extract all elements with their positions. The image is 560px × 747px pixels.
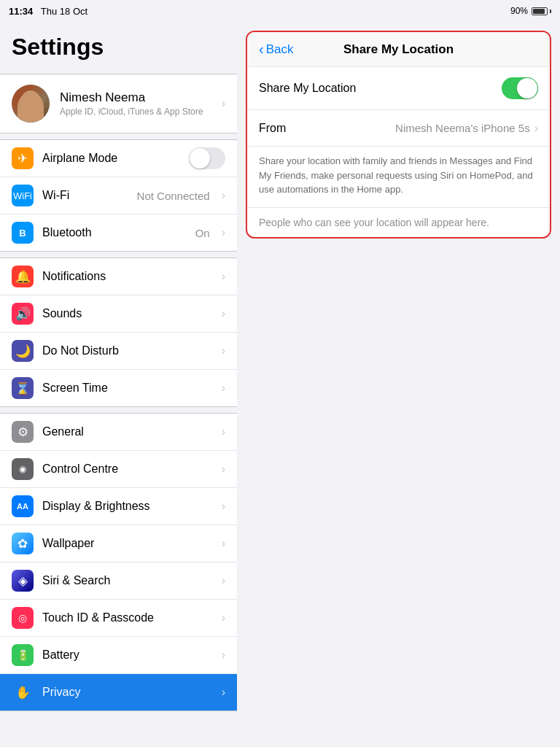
from-chevron: › [534, 122, 538, 135]
settings-group-notifications: 🔔 Notifications › 🔊 Sounds › 🌙 Do Not Di… [0, 258, 237, 407]
profile-name: Nimesh Neema [60, 90, 209, 105]
sidebar-item-display-brightness[interactable]: AA Display & Brightness › [0, 488, 237, 525]
profile-chevron: › [222, 97, 225, 110]
share-my-location-row: Share My Location [247, 67, 550, 110]
avatar [12, 85, 50, 123]
airplane-mode-toggle[interactable] [189, 147, 225, 169]
general-label: General [42, 425, 210, 438]
wifi-chevron: › [222, 189, 225, 202]
screen-time-label: Screen Time [42, 382, 210, 395]
detail-header: ‹ Back Share My Location [247, 32, 550, 67]
notifications-icon: 🔔 [12, 266, 34, 287]
siri-icon: ◈ [12, 570, 34, 592]
sidebar-item-control-centre[interactable]: ◉ Control Centre › [0, 451, 237, 488]
status-time-date: 11:34 Thu 18 Oct [9, 6, 88, 17]
settings-group-connectivity: ✈ Airplane Mode WiFi Wi-Fi Not Connected… [0, 139, 237, 252]
status-bar: 11:34 Thu 18 Oct 90% [0, 0, 560, 22]
airplane-mode-label: Airplane Mode [42, 152, 180, 165]
bluetooth-value: On [195, 227, 210, 239]
detail-people-text: People who can see your location will ap… [247, 208, 550, 237]
privacy-icon: ✋ [12, 681, 34, 703]
screen-time-chevron: › [222, 382, 225, 395]
profile-section[interactable]: Nimesh Neema Apple ID, iCloud, iTunes & … [0, 74, 237, 133]
detail-description: Share your location with family and frie… [247, 147, 550, 208]
sidebar-item-do-not-disturb[interactable]: 🌙 Do Not Disturb › [0, 333, 237, 370]
battery-label: Battery [42, 649, 210, 662]
back-button[interactable]: ‹ Back [259, 41, 293, 58]
share-my-location-label: Share My Location [259, 82, 502, 95]
sounds-icon: 🔊 [12, 303, 34, 325]
notifications-label: Notifications [42, 270, 210, 283]
wifi-icon: WiFi [12, 185, 34, 206]
bluetooth-chevron: › [222, 226, 225, 239]
siri-search-chevron: › [222, 574, 225, 587]
sidebar-item-bluetooth[interactable]: B Bluetooth On › [0, 214, 237, 251]
sidebar-item-siri-search[interactable]: ◈ Siri & Search › [0, 562, 237, 600]
right-panel: ‹ Back Share My Location Share My Locati… [237, 22, 560, 747]
detail-content: Share My Location From Nimesh Neema's iP… [247, 67, 550, 237]
do-not-disturb-icon: 🌙 [12, 340, 34, 362]
status-indicators: 90% [510, 6, 551, 16]
privacy-label: Privacy [42, 686, 210, 699]
notifications-chevron: › [222, 270, 225, 283]
sidebar-header: Settings [0, 22, 237, 68]
display-brightness-icon: AA [12, 495, 34, 517]
wifi-label: Wi-Fi [42, 189, 128, 202]
screen-time-icon: ⌛ [12, 377, 34, 399]
sidebar-title: Settings [12, 34, 225, 61]
toggle-knob [517, 78, 537, 98]
detail-card: ‹ Back Share My Location Share My Locati… [246, 31, 551, 239]
sidebar-item-general[interactable]: ⚙ General › [0, 414, 237, 451]
sidebar-item-wifi[interactable]: WiFi Wi-Fi Not Connected › [0, 177, 237, 214]
general-icon: ⚙ [12, 421, 34, 443]
wallpaper-chevron: › [222, 537, 225, 550]
sidebar-item-airplane-mode[interactable]: ✈ Airplane Mode [0, 140, 237, 177]
battery-icon [532, 7, 551, 15]
control-centre-icon: ◉ [12, 458, 34, 480]
back-chevron-icon: ‹ [259, 41, 264, 58]
touch-id-chevron: › [222, 611, 225, 624]
general-chevron: › [222, 425, 225, 438]
sidebar-item-battery[interactable]: 🔋 Battery › [0, 637, 237, 674]
detail-title: Share My Location [343, 42, 454, 57]
sidebar-item-notifications[interactable]: 🔔 Notifications › [0, 258, 237, 295]
sidebar-item-wallpaper[interactable]: ✿ Wallpaper › [0, 525, 237, 562]
sidebar-item-privacy[interactable]: ✋ Privacy › [0, 674, 237, 711]
from-row[interactable]: From Nimesh Neema's iPhone 5s › [247, 110, 550, 147]
battery-percent: 90% [510, 6, 528, 16]
back-label: Back [266, 42, 294, 57]
from-value: Nimesh Neema's iPhone 5s [395, 122, 530, 134]
display-brightness-label: Display & Brightness [42, 500, 210, 513]
wallpaper-icon: ✿ [12, 533, 34, 554]
status-date: Thu 18 Oct [41, 6, 88, 17]
touch-id-label: Touch ID & Passcode [42, 611, 210, 624]
touch-id-icon: ◎ [12, 607, 34, 629]
wifi-value: Not Connected [137, 190, 210, 202]
profile-info: Nimesh Neema Apple ID, iCloud, iTunes & … [60, 90, 209, 117]
battery-settings-icon: 🔋 [12, 644, 34, 666]
control-centre-chevron: › [222, 462, 225, 476]
profile-subtitle: Apple ID, iCloud, iTunes & App Store [60, 107, 209, 117]
control-centre-label: Control Centre [42, 462, 210, 476]
status-time: 11:34 [9, 6, 33, 17]
bluetooth-icon: B [12, 222, 34, 244]
bluetooth-label: Bluetooth [42, 226, 187, 239]
do-not-disturb-label: Do Not Disturb [42, 344, 210, 357]
battery-chevron: › [222, 649, 225, 662]
sounds-chevron: › [222, 307, 225, 320]
sidebar-item-touch-id-passcode[interactable]: ◎ Touch ID & Passcode › [0, 600, 237, 637]
do-not-disturb-chevron: › [222, 344, 225, 357]
display-brightness-chevron: › [222, 500, 225, 513]
wallpaper-label: Wallpaper [42, 537, 210, 550]
siri-search-label: Siri & Search [42, 574, 210, 587]
share-my-location-toggle[interactable] [502, 77, 538, 99]
from-label: From [259, 122, 395, 135]
settings-group-general: ⚙ General › ◉ Control Centre › AA Displa… [0, 413, 237, 711]
main-layout: Settings Nimesh Neema Apple ID, iCloud, … [0, 22, 560, 747]
sidebar-item-screen-time[interactable]: ⌛ Screen Time › [0, 370, 237, 406]
sidebar-item-sounds[interactable]: 🔊 Sounds › [0, 295, 237, 333]
privacy-chevron: › [222, 686, 225, 699]
sidebar: Settings Nimesh Neema Apple ID, iCloud, … [0, 22, 237, 747]
airplane-mode-icon: ✈ [12, 147, 34, 169]
sounds-label: Sounds [42, 307, 210, 320]
